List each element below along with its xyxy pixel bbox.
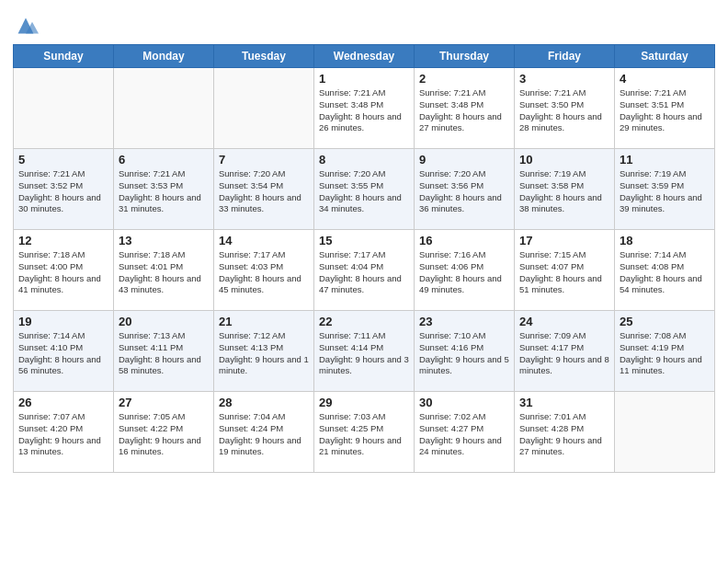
calendar-cell [615, 392, 715, 473]
calendar-cell: 1Sunrise: 7:21 AM Sunset: 3:48 PM Daylig… [314, 68, 415, 149]
day-of-week-header: Wednesday [314, 45, 415, 68]
calendar-cell [114, 68, 214, 149]
day-number: 29 [319, 396, 409, 409]
day-number: 1 [319, 72, 409, 86]
day-number: 23 [419, 315, 509, 328]
calendar-cell: 25Sunrise: 7:08 AM Sunset: 4:19 PM Dayli… [615, 311, 715, 392]
calendar-cell: 18Sunrise: 7:14 AM Sunset: 4:08 PM Dayli… [615, 230, 715, 311]
day-number: 5 [18, 153, 108, 167]
day-number: 21 [219, 315, 309, 328]
calendar-cell: 27Sunrise: 7:05 AM Sunset: 4:22 PM Dayli… [114, 392, 214, 473]
calendar-cell: 19Sunrise: 7:14 AM Sunset: 4:10 PM Dayli… [14, 311, 114, 392]
day-number: 14 [219, 234, 309, 247]
day-info: Sunrise: 7:20 AM Sunset: 3:54 PM Dayligh… [219, 168, 309, 215]
day-number: 15 [319, 234, 409, 247]
calendar-cell: 2Sunrise: 7:21 AM Sunset: 3:48 PM Daylig… [415, 68, 515, 149]
calendar-header-row: SundayMondayTuesdayWednesdayThursdayFrid… [14, 45, 715, 68]
day-number: 26 [18, 396, 108, 409]
day-info: Sunrise: 7:13 AM Sunset: 4:11 PM Dayligh… [119, 330, 209, 377]
day-of-week-header: Friday [515, 45, 615, 68]
calendar-week-row: 12Sunrise: 7:18 AM Sunset: 4:00 PM Dayli… [14, 230, 715, 311]
calendar-cell: 23Sunrise: 7:10 AM Sunset: 4:16 PM Dayli… [415, 311, 515, 392]
day-number: 24 [519, 315, 609, 328]
day-info: Sunrise: 7:19 AM Sunset: 3:58 PM Dayligh… [519, 168, 609, 215]
day-info: Sunrise: 7:08 AM Sunset: 4:19 PM Dayligh… [620, 330, 710, 377]
calendar-cell: 12Sunrise: 7:18 AM Sunset: 4:00 PM Dayli… [14, 230, 114, 311]
calendar-cell: 15Sunrise: 7:17 AM Sunset: 4:04 PM Dayli… [314, 230, 415, 311]
calendar-cell: 5Sunrise: 7:21 AM Sunset: 3:52 PM Daylig… [14, 149, 114, 230]
logo [13, 13, 42, 39]
day-info: Sunrise: 7:09 AM Sunset: 4:17 PM Dayligh… [519, 330, 609, 377]
calendar-cell: 16Sunrise: 7:16 AM Sunset: 4:06 PM Dayli… [415, 230, 515, 311]
day-info: Sunrise: 7:01 AM Sunset: 4:28 PM Dayligh… [519, 411, 609, 458]
day-number: 4 [620, 72, 710, 86]
day-info: Sunrise: 7:21 AM Sunset: 3:48 PM Dayligh… [419, 87, 509, 134]
day-number: 3 [519, 72, 609, 86]
day-number: 17 [519, 234, 609, 247]
day-of-week-header: Monday [114, 45, 214, 68]
calendar-cell: 4Sunrise: 7:21 AM Sunset: 3:51 PM Daylig… [615, 68, 715, 149]
day-number: 16 [419, 234, 509, 247]
day-info: Sunrise: 7:18 AM Sunset: 4:00 PM Dayligh… [18, 249, 108, 296]
calendar-cell: 11Sunrise: 7:19 AM Sunset: 3:59 PM Dayli… [615, 149, 715, 230]
day-info: Sunrise: 7:18 AM Sunset: 4:01 PM Dayligh… [119, 249, 209, 296]
calendar-cell [14, 68, 114, 149]
day-info: Sunrise: 7:14 AM Sunset: 4:08 PM Dayligh… [620, 249, 710, 296]
calendar-cell: 29Sunrise: 7:03 AM Sunset: 4:25 PM Dayli… [314, 392, 415, 473]
day-number: 22 [319, 315, 409, 328]
day-number: 8 [319, 153, 409, 167]
day-info: Sunrise: 7:04 AM Sunset: 4:24 PM Dayligh… [219, 411, 309, 458]
day-info: Sunrise: 7:21 AM Sunset: 3:51 PM Dayligh… [620, 87, 710, 134]
day-info: Sunrise: 7:02 AM Sunset: 4:27 PM Dayligh… [419, 411, 509, 458]
day-number: 10 [519, 153, 609, 167]
day-of-week-header: Saturday [615, 45, 715, 68]
calendar-cell: 14Sunrise: 7:17 AM Sunset: 4:03 PM Dayli… [214, 230, 314, 311]
day-number: 27 [119, 396, 209, 409]
day-info: Sunrise: 7:11 AM Sunset: 4:14 PM Dayligh… [319, 330, 409, 377]
day-number: 12 [18, 234, 108, 247]
day-number: 19 [18, 315, 108, 328]
calendar-cell: 21Sunrise: 7:12 AM Sunset: 4:13 PM Dayli… [214, 311, 314, 392]
header [13, 9, 715, 39]
calendar-cell: 24Sunrise: 7:09 AM Sunset: 4:17 PM Dayli… [515, 311, 615, 392]
day-number: 30 [419, 396, 509, 409]
day-info: Sunrise: 7:05 AM Sunset: 4:22 PM Dayligh… [119, 411, 209, 458]
day-info: Sunrise: 7:03 AM Sunset: 4:25 PM Dayligh… [319, 411, 409, 458]
calendar-week-row: 1Sunrise: 7:21 AM Sunset: 3:48 PM Daylig… [14, 68, 715, 149]
day-info: Sunrise: 7:21 AM Sunset: 3:48 PM Dayligh… [319, 87, 409, 134]
day-info: Sunrise: 7:14 AM Sunset: 4:10 PM Dayligh… [18, 330, 108, 377]
calendar-cell [214, 68, 314, 149]
day-info: Sunrise: 7:19 AM Sunset: 3:59 PM Dayligh… [620, 168, 710, 215]
calendar-cell: 9Sunrise: 7:20 AM Sunset: 3:56 PM Daylig… [415, 149, 515, 230]
calendar-cell: 20Sunrise: 7:13 AM Sunset: 4:11 PM Dayli… [114, 311, 214, 392]
calendar-cell: 26Sunrise: 7:07 AM Sunset: 4:20 PM Dayli… [14, 392, 114, 473]
calendar-cell: 7Sunrise: 7:20 AM Sunset: 3:54 PM Daylig… [214, 149, 314, 230]
day-of-week-header: Sunday [14, 45, 114, 68]
day-number: 9 [419, 153, 509, 167]
day-number: 11 [620, 153, 710, 167]
day-info: Sunrise: 7:07 AM Sunset: 4:20 PM Dayligh… [18, 411, 108, 458]
calendar-cell: 30Sunrise: 7:02 AM Sunset: 4:27 PM Dayli… [415, 392, 515, 473]
calendar-cell: 28Sunrise: 7:04 AM Sunset: 4:24 PM Dayli… [214, 392, 314, 473]
calendar-cell: 10Sunrise: 7:19 AM Sunset: 3:58 PM Dayli… [515, 149, 615, 230]
calendar: SundayMondayTuesdayWednesdayThursdayFrid… [13, 44, 715, 473]
calendar-cell: 31Sunrise: 7:01 AM Sunset: 4:28 PM Dayli… [515, 392, 615, 473]
day-info: Sunrise: 7:17 AM Sunset: 4:04 PM Dayligh… [319, 249, 409, 296]
day-of-week-header: Thursday [415, 45, 515, 68]
day-of-week-header: Tuesday [214, 45, 314, 68]
day-info: Sunrise: 7:20 AM Sunset: 3:56 PM Dayligh… [419, 168, 509, 215]
calendar-cell: 3Sunrise: 7:21 AM Sunset: 3:50 PM Daylig… [515, 68, 615, 149]
day-info: Sunrise: 7:21 AM Sunset: 3:50 PM Dayligh… [519, 87, 609, 134]
day-number: 7 [219, 153, 309, 167]
logo-icon [13, 13, 39, 39]
day-number: 25 [620, 315, 710, 328]
day-number: 20 [119, 315, 209, 328]
calendar-week-row: 19Sunrise: 7:14 AM Sunset: 4:10 PM Dayli… [14, 311, 715, 392]
day-info: Sunrise: 7:15 AM Sunset: 4:07 PM Dayligh… [519, 249, 609, 296]
day-number: 2 [419, 72, 509, 86]
day-number: 28 [219, 396, 309, 409]
day-info: Sunrise: 7:10 AM Sunset: 4:16 PM Dayligh… [419, 330, 509, 377]
calendar-cell: 17Sunrise: 7:15 AM Sunset: 4:07 PM Dayli… [515, 230, 615, 311]
day-number: 31 [519, 396, 609, 409]
day-info: Sunrise: 7:12 AM Sunset: 4:13 PM Dayligh… [219, 330, 309, 377]
